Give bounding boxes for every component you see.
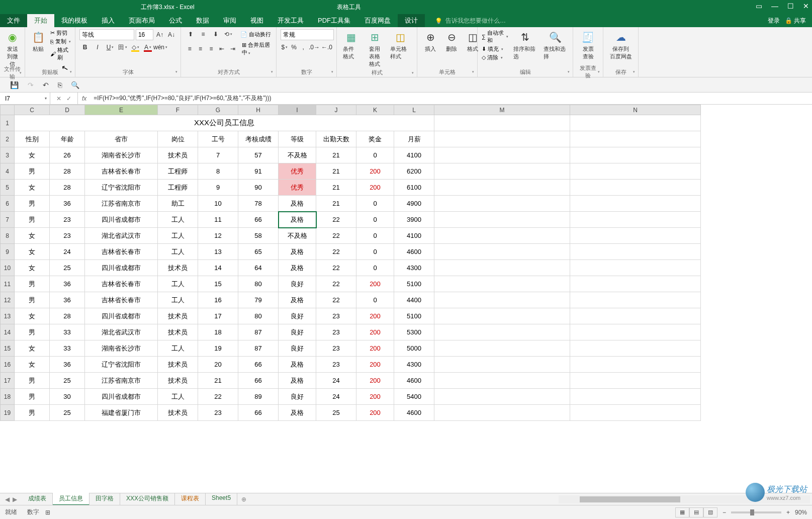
cell[interactable]: 良好 xyxy=(279,308,316,324)
cell-style-button[interactable]: ◫单元格样式 xyxy=(388,29,413,61)
cell[interactable]: 0 xyxy=(356,244,394,260)
row-header-7[interactable]: 7 xyxy=(1,212,15,228)
cell[interactable]: 22 xyxy=(316,260,356,276)
cell[interactable]: 技术员 xyxy=(158,324,198,340)
cell[interactable]: 22 xyxy=(316,244,356,260)
cell[interactable]: 工人 xyxy=(158,228,198,244)
cell[interactable]: 65 xyxy=(238,244,279,260)
cell[interactable]: 13 xyxy=(198,244,238,260)
sheet-tab-4[interactable]: 课程表 xyxy=(175,493,206,505)
cell[interactable]: 28 xyxy=(50,308,85,324)
cell[interactable]: 5400 xyxy=(394,389,434,405)
sheet-tab-2[interactable]: 田字格 xyxy=(89,493,120,505)
login-link[interactable]: 登录 xyxy=(768,17,780,25)
border-button[interactable]: 田 xyxy=(117,42,128,52)
cell[interactable]: 66 xyxy=(238,405,279,421)
cell[interactable]: 女 xyxy=(15,340,50,357)
cell[interactable]: 23 xyxy=(316,340,356,357)
table-header[interactable]: 奖金 xyxy=(356,131,394,147)
cell[interactable]: 200 xyxy=(356,357,394,373)
save-button[interactable]: 💾 xyxy=(10,81,19,89)
cell[interactable]: 工人 xyxy=(158,340,198,357)
autosum-button[interactable]: ∑ 自动求和 xyxy=(482,29,508,44)
cell[interactable]: 良好 xyxy=(279,340,316,357)
font-name-select[interactable]: 等线 xyxy=(79,29,134,40)
zoom-out-button[interactable]: − xyxy=(723,509,726,516)
bold-button[interactable]: B xyxy=(79,42,91,52)
cell[interactable]: 11 xyxy=(198,212,238,228)
cell[interactable]: 女 xyxy=(15,147,50,163)
close-icon[interactable]: ✕ xyxy=(803,2,809,10)
zoom-slider[interactable] xyxy=(731,511,781,513)
cell[interactable]: 4600 xyxy=(394,244,434,260)
cell[interactable]: 6200 xyxy=(394,163,434,180)
cell[interactable]: 女 xyxy=(15,308,50,324)
cell[interactable]: 200 xyxy=(356,180,394,196)
save-baidu-button[interactable]: ☁保存到 百度网盘 xyxy=(607,29,634,61)
copy-button[interactable]: ⎘ 复制 xyxy=(50,38,71,45)
font-color-button[interactable]: A xyxy=(142,42,153,52)
col-header-H[interactable]: H xyxy=(238,105,279,115)
spreadsheet-grid[interactable]: CDEFGHIJKLMN1XXX公司员工信息2性别年龄省市岗位工号考核成绩等级出… xyxy=(0,105,812,426)
row-header-1[interactable]: 1 xyxy=(1,115,15,131)
cell[interactable]: 200 xyxy=(356,308,394,324)
cell[interactable]: 女 xyxy=(15,228,50,244)
dec-decimal-button[interactable]: ←.0 xyxy=(321,42,332,52)
row-header-14[interactable]: 14 xyxy=(1,324,15,340)
font-size-select[interactable]: 16 xyxy=(136,29,153,40)
cell[interactable]: 5100 xyxy=(394,308,434,324)
col-header-I[interactable]: I xyxy=(279,105,316,115)
cell[interactable]: 及格 xyxy=(279,260,316,276)
align-middle-button[interactable]: ≡ xyxy=(198,29,209,39)
row-header-10[interactable]: 10 xyxy=(1,260,15,276)
cell[interactable]: 男 xyxy=(15,163,50,180)
add-sheet-button[interactable]: ⊕ xyxy=(241,496,246,503)
cell[interactable]: 91 xyxy=(238,163,279,180)
row-header-6[interactable]: 6 xyxy=(1,196,15,212)
increase-font-button[interactable]: A↑ xyxy=(155,30,165,40)
sheet-tab-1[interactable]: 员工信息 xyxy=(53,493,89,505)
cell[interactable]: 57 xyxy=(238,147,279,163)
cell[interactable]: 辽宁省沈阳市 xyxy=(85,357,158,373)
cell[interactable]: 及格 xyxy=(279,357,316,373)
cell[interactable]: 36 xyxy=(50,276,85,292)
cell[interactable]: 0 xyxy=(356,212,394,228)
table-header[interactable]: 工号 xyxy=(198,131,238,147)
cell[interactable]: 3900 xyxy=(394,212,434,228)
zoom-in-button[interactable]: + xyxy=(786,509,790,516)
cell[interactable]: 24 xyxy=(316,389,356,405)
cell[interactable]: 女 xyxy=(15,357,50,373)
fill-button[interactable]: ⬇ 填充 xyxy=(482,45,508,53)
maximize-icon[interactable]: ☐ xyxy=(787,2,794,10)
cell[interactable]: 0 xyxy=(356,196,394,212)
col-header-N[interactable]: N xyxy=(570,105,701,115)
cell[interactable]: 女 xyxy=(15,244,50,260)
table-header[interactable]: 等级 xyxy=(279,131,316,147)
cell[interactable]: 22 xyxy=(316,292,356,308)
cell[interactable]: 22 xyxy=(316,228,356,244)
tell-me[interactable]: 💡 告诉我您想要做什么… xyxy=(435,17,506,27)
cell[interactable]: 4600 xyxy=(394,373,434,389)
table-header[interactable]: 月薪 xyxy=(394,131,434,147)
insert-cell-button[interactable]: ⊕插入 xyxy=(421,29,439,54)
redo-button[interactable]: ↷ xyxy=(28,81,34,89)
cell[interactable]: 25 xyxy=(50,260,85,276)
cell[interactable]: 200 xyxy=(356,373,394,389)
align-bottom-button[interactable]: ⬇ xyxy=(210,29,221,39)
table-header[interactable]: 年龄 xyxy=(50,131,85,147)
cell[interactable]: 200 xyxy=(356,324,394,340)
tab-insert[interactable]: 插入 xyxy=(95,14,122,27)
align-top-button[interactable]: ⬆ xyxy=(185,29,196,39)
percent-button[interactable]: % xyxy=(290,42,298,52)
row-header-3[interactable]: 3 xyxy=(1,147,15,163)
phonetic-button[interactable]: wén xyxy=(155,42,166,52)
cell[interactable]: 四川省成都市 xyxy=(85,260,158,276)
cell[interactable]: 14 xyxy=(198,260,238,276)
cell[interactable]: 89 xyxy=(238,389,279,405)
cell[interactable]: 200 xyxy=(356,163,394,180)
wrap-text-button[interactable]: 📄 自动换行 xyxy=(240,31,271,38)
tab-pdf[interactable]: PDF工具集 xyxy=(311,14,357,27)
underline-button[interactable]: U xyxy=(105,42,116,52)
confirm-formula-button[interactable]: ✓ xyxy=(66,95,71,102)
cell[interactable]: 湖南省长沙市 xyxy=(85,147,158,163)
